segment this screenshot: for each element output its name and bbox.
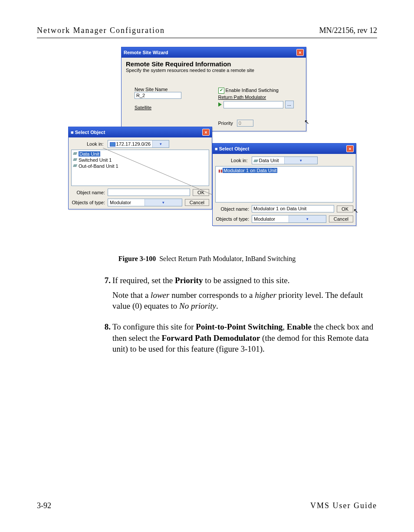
wizard-title: Remote Site Wizard bbox=[124, 50, 168, 55]
select1-titlebar[interactable]: ■ Select Object × bbox=[69, 127, 212, 137]
header-section-title: Network Manager Configuration bbox=[37, 26, 165, 35]
remote-site-wizard-window: Remote Site Wizard × Remote Site Require… bbox=[121, 47, 306, 131]
figure-area: Remote Site Wizard × Remote Site Require… bbox=[68, 47, 346, 251]
select1-object-name-input[interactable] bbox=[108, 189, 190, 196]
return-path-input[interactable] bbox=[223, 101, 283, 108]
select1-cancel-button[interactable]: Cancel bbox=[185, 199, 209, 206]
body-text: 7.If required, set the Priority to be as… bbox=[37, 275, 377, 355]
select2-object-name-input[interactable]: Modulator 1 on Data Unit bbox=[252, 205, 334, 212]
chevron-down-icon[interactable]: ▾ bbox=[145, 199, 181, 206]
new-site-name-input[interactable]: R_2 bbox=[135, 92, 181, 99]
page-header: Network Manager Configuration MN/22156, … bbox=[37, 26, 377, 38]
priority-input[interactable]: 0 bbox=[237, 120, 253, 127]
select2-title: Select Object bbox=[219, 146, 250, 151]
folder-icon bbox=[110, 142, 115, 147]
tree-item-data-unit[interactable]: Data Unit bbox=[72, 151, 208, 157]
header-doc-id: MN/22156, rev 12 bbox=[319, 26, 378, 35]
tree-item-switched-unit[interactable]: Switched Unit 1 bbox=[72, 157, 208, 163]
page-footer: 3-92 VMS User Guide bbox=[37, 501, 377, 510]
close-icon[interactable]: × bbox=[296, 49, 304, 56]
tree-item-modulator[interactable]: ▮▮Modulator 1 on Data Unit bbox=[217, 167, 352, 173]
cursor-icon: ↖ bbox=[353, 207, 358, 214]
new-site-name-label: New Site Name bbox=[135, 87, 218, 92]
chevron-down-icon[interactable]: ▾ bbox=[289, 215, 325, 222]
enable-inband-checkbox[interactable]: ✔ bbox=[218, 88, 224, 94]
select1-title: Select Object bbox=[75, 130, 105, 135]
priority-label: Priority bbox=[218, 121, 233, 126]
return-path-label: Return Path Modulator bbox=[218, 95, 302, 100]
enable-inband-label: Enable InBand Swtiching bbox=[226, 88, 279, 93]
select2-objects-type-combo[interactable]: Modulator ▾ bbox=[252, 215, 326, 223]
select2-objects-type-label: Objects of type: bbox=[215, 216, 249, 222]
select1-lookin-combo[interactable]: 172.17.129.0/26 ▾ bbox=[108, 140, 169, 148]
tree-item-oob-unit[interactable]: Out-of-Band Unit 1 bbox=[72, 163, 208, 169]
step-7-note: Note that a lower number corresponds to … bbox=[112, 290, 377, 312]
select1-objects-type-combo[interactable]: Modulator ▾ bbox=[108, 199, 182, 206]
select1-object-name-label: Object name: bbox=[71, 190, 105, 195]
chevron-down-icon[interactable]: ▾ bbox=[152, 140, 168, 147]
select2-ok-button[interactable]: OK bbox=[337, 206, 353, 212]
browse-button[interactable]: ... bbox=[285, 101, 294, 108]
select2-object-name-label: Object name: bbox=[215, 206, 249, 212]
select-object-window-1: ■ Select Object × Look in: 172.17.129.0/… bbox=[68, 127, 212, 209]
select2-lookin-label: Look in: bbox=[231, 158, 248, 163]
step-7: 7.If required, set the Priority to be as… bbox=[112, 275, 377, 286]
satellite-label: Satellite bbox=[135, 105, 218, 110]
step-8: 8.To configure this site for Point-to-Po… bbox=[112, 321, 377, 355]
select2-cancel-button[interactable]: Cancel bbox=[329, 215, 353, 222]
wizard-titlebar[interactable]: Remote Site Wizard × bbox=[122, 47, 306, 58]
select-object-window-2: ■ Select Object × Look in: Data Unit ▾ ▮… bbox=[212, 143, 356, 226]
cursor-icon: ↖ bbox=[304, 118, 309, 125]
select1-lookin-label: Look in: bbox=[87, 141, 104, 147]
close-icon[interactable]: × bbox=[346, 145, 354, 152]
close-icon[interactable]: × bbox=[202, 129, 210, 136]
device-icon bbox=[253, 160, 258, 162]
modulator-icon: ▮▮ bbox=[218, 169, 223, 173]
play-icon bbox=[218, 102, 222, 107]
wizard-subheading: Specify the system resources needed to c… bbox=[126, 68, 302, 73]
select1-ok-button[interactable]: OK bbox=[193, 189, 209, 196]
select2-titlebar[interactable]: ■ Select Object × bbox=[213, 144, 356, 154]
figure-caption: Figure 3-100 Select Return Path Modulato… bbox=[37, 255, 377, 263]
chevron-down-icon[interactable]: ▾ bbox=[284, 157, 317, 164]
select2-lookin-combo[interactable]: Data Unit ▾ bbox=[252, 157, 318, 164]
wizard-heading: Remote Site Required Information bbox=[126, 60, 302, 68]
page-number: 3-92 bbox=[37, 501, 51, 510]
footer-doc-title: VMS User Guide bbox=[310, 501, 377, 510]
select1-objects-type-label: Objects of type: bbox=[71, 200, 105, 205]
